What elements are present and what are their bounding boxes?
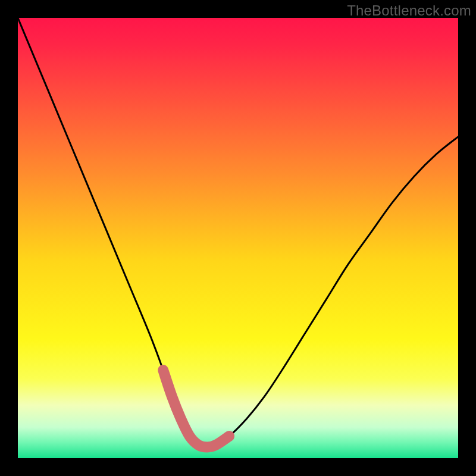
bottleneck-chart [18,18,458,458]
watermark-text: TheBottleneck.com [347,2,471,19]
chart-frame: TheBottleneck.com [0,0,476,476]
gradient-background [18,18,458,458]
plot-area [18,18,458,458]
